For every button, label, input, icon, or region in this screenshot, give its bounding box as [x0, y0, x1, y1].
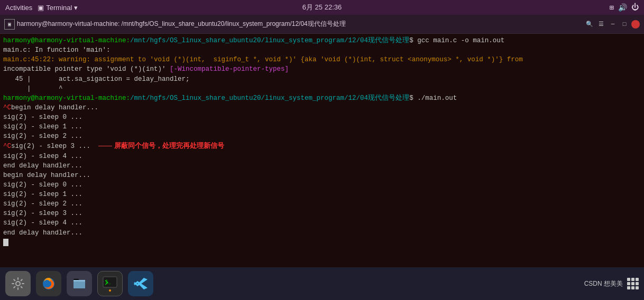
- taskbar-right: CSDN 想美美: [584, 278, 639, 289]
- title-bar: ▣ harmony@harmony-virtual-machine: /mnt/…: [0, 15, 644, 34]
- dock-vscode-icon[interactable]: [128, 271, 153, 296]
- terminal-line-11: sig(2) - sleep 2 ...: [3, 132, 641, 141]
- volume-icon: 🔊: [618, 3, 627, 12]
- network-icon: ⊞: [610, 3, 614, 12]
- activities-button[interactable]: Activities: [5, 4, 32, 12]
- datetime-display: 6月 25 22:36: [302, 3, 342, 12]
- svg-rect-4: [73, 280, 85, 282]
- terminal-line-8: ^Cbegin delay handler...: [3, 103, 641, 112]
- terminal-line-9: sig(2) - sleep 0 ...: [3, 112, 641, 122]
- power-icon: ⏻: [631, 3, 639, 12]
- terminal-line-2: main.c: In function 'main':: [3, 45, 641, 55]
- title-bar-controls: 🔍 ☰ ─ □: [585, 20, 640, 29]
- terminal-window-icon: ▣: [4, 19, 15, 30]
- terminal-content[interactable]: harmony@harmony-virtual-machine:/mnt/hgf…: [0, 34, 644, 267]
- terminal-line-6: | ^: [3, 84, 641, 93]
- terminal-line-17: sig(2) - sleep 1 ...: [3, 190, 641, 199]
- taskbar-icons: $_: [5, 271, 153, 296]
- terminal-line-4: incompatible pointer type 'void (*)(int)…: [3, 64, 641, 74]
- terminal-tab-icon: ▣: [38, 4, 44, 12]
- system-bar: Activities ▣ Terminal ▾ 6月 25 22:36 ⊞ 🔊 …: [0, 0, 644, 15]
- minimize-button[interactable]: ─: [608, 20, 618, 29]
- terminal-active-dot: [109, 289, 111, 292]
- close-button[interactable]: [631, 20, 640, 29]
- dock-terminal-icon[interactable]: $_: [97, 271, 123, 296]
- terminal-line-19: sig(2) - sleep 3 ...: [3, 209, 641, 218]
- dock-files-icon[interactable]: [67, 271, 92, 296]
- terminal-line-10: sig(2) - sleep 1 ...: [3, 122, 641, 132]
- annotation-text: 屏蔽同个信号，处理完再处理新信号: [112, 142, 224, 149]
- cursor: [3, 239, 8, 246]
- terminal-line-18: sig(2) - sleep 2 ...: [3, 199, 641, 209]
- system-bar-left: Activities ▣ Terminal ▾: [5, 4, 78, 12]
- terminal-line-14: end delay handler...: [3, 161, 641, 171]
- terminal-line-1: harmony@harmony-virtual-machine:/mnt/hgf…: [3, 36, 641, 45]
- terminal-tab-button[interactable]: ▣ Terminal ▾: [38, 4, 78, 12]
- csdn-label: CSDN 想美美: [584, 279, 623, 288]
- window-title: harmony@harmony-virtual-machine: /mnt/hg…: [17, 20, 346, 29]
- menu-button[interactable]: ☰: [596, 20, 606, 29]
- terminal-line-15: begin delay handler...: [3, 171, 641, 180]
- system-bar-right: ⊞ 🔊 ⏻: [610, 3, 639, 12]
- svg-point-0: [16, 282, 20, 286]
- terminal-line-3: main.c:45:22: warning: assignment to 'vo…: [3, 55, 641, 64]
- terminal-cursor-line: [3, 238, 641, 247]
- terminal-line-13: sig(2) - sleep 4 ...: [3, 152, 641, 161]
- terminal-line-7: harmony@harmony-virtual-machine:/mnt/hgf…: [3, 93, 641, 103]
- terminal-line-20: sig(2) - sleep 4 ...: [3, 218, 641, 228]
- terminal-line-12: ^Csig(2) - sleep 3 ... —— 屏蔽同个信号，处理完再处理新…: [3, 141, 641, 151]
- dock-firefox-icon[interactable]: [36, 271, 61, 296]
- terminal-line-16: sig(2) - sleep 0 ...: [3, 180, 641, 190]
- maximize-button[interactable]: □: [620, 20, 629, 29]
- annotation-arrow: ——: [98, 142, 112, 149]
- search-button[interactable]: 🔍: [585, 20, 594, 29]
- terminal-tab-arrow: ▾: [74, 4, 78, 12]
- svg-rect-3: [73, 281, 85, 288]
- title-bar-left: ▣ harmony@harmony-virtual-machine: /mnt/…: [4, 19, 346, 30]
- terminal-line-5: 45 | act.sa_sigaction = delay_handler;: [3, 74, 641, 84]
- apps-grid-icon[interactable]: [627, 278, 639, 289]
- terminal-line-21: end delay handler...: [3, 228, 641, 238]
- terminal-window: ▣ harmony@harmony-virtual-machine: /mnt/…: [0, 15, 644, 267]
- taskbar: $_ CSDN 想美美: [0, 267, 644, 300]
- dock-settings-icon[interactable]: [5, 271, 31, 296]
